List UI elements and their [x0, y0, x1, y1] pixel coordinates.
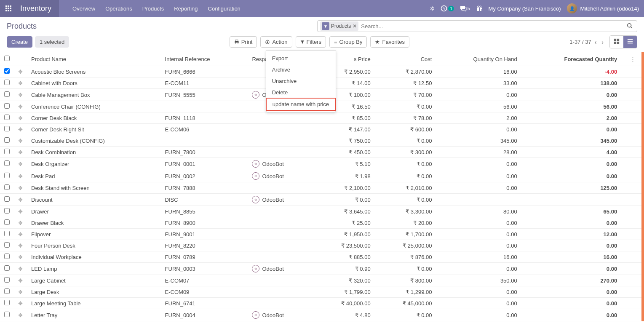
table-row[interactable]: ✥ Large Meeting Table FURN_6741 ₹ 40,000…	[0, 298, 644, 309]
drag-handle-icon[interactable]: ✥	[18, 243, 23, 249]
col-options-icon[interactable]: ⋮	[621, 52, 644, 66]
table-row[interactable]: ✥ Flipover FURN_9001 ₹ 1,950.00 ₹ 1,700.…	[0, 229, 644, 240]
table-row[interactable]: ✥ Drawer FURN_8855 ₹ 3,645.00 ₹ 3,300.00…	[0, 206, 644, 217]
nav-overview[interactable]: Overview	[67, 0, 100, 17]
company-switcher[interactable]: My Company (San Francisco)	[489, 5, 561, 12]
action-item-export[interactable]: Export	[266, 53, 336, 64]
col-qty-on-hand[interactable]: Quantity On Hand	[436, 52, 521, 66]
row-checkbox[interactable]	[4, 288, 10, 294]
row-checkbox[interactable]	[4, 68, 10, 74]
drag-handle-icon[interactable]: ✥	[18, 138, 23, 144]
table-row[interactable]: ✥ Desk Organizer FURN_0001 ☺OdooBot ₹ 5.…	[0, 158, 644, 170]
drag-handle-icon[interactable]: ✥	[18, 173, 23, 179]
row-checkbox[interactable]	[4, 115, 10, 120]
col-internal-ref[interactable]: Internal Reference	[161, 52, 248, 66]
row-checkbox[interactable]	[4, 103, 10, 109]
gift-icon[interactable]	[476, 5, 483, 12]
row-checkbox[interactable]	[4, 254, 10, 259]
table-row[interactable]: ✥ Large Cabinet E-COM07 ₹ 320.00 ₹ 800.0…	[0, 275, 644, 286]
bug-icon[interactable]: ✲	[430, 5, 435, 12]
col-forecasted[interactable]: Forecasted Quantity	[521, 52, 621, 66]
row-checkbox[interactable]	[4, 242, 10, 248]
action-item-archive[interactable]: Archive	[266, 64, 336, 75]
nav-reporting[interactable]: Reporting	[169, 0, 203, 17]
table-row[interactable]: ✥ Corner Desk Right Sit E-COM06 ₹ 147.00…	[0, 124, 644, 135]
row-checkbox[interactable]	[4, 80, 10, 85]
table-row[interactable]: ✥ Customizable Desk (CONFIG) ₹ 750.00 ₹ …	[0, 135, 644, 147]
row-checkbox[interactable]	[4, 149, 10, 154]
drag-handle-icon[interactable]: ✥	[18, 208, 23, 215]
nav-operations[interactable]: Operations	[100, 0, 137, 17]
drag-handle-icon[interactable]: ✥	[18, 197, 23, 203]
table-row[interactable]: ✥ Desk Stand with Screen FURN_7888 ₹ 2,1…	[0, 182, 644, 194]
table-row[interactable]: ✥ Desk Combination FURN_7800 ₹ 450.00 ₹ …	[0, 147, 644, 158]
row-checkbox[interactable]	[4, 277, 10, 283]
drag-handle-icon[interactable]: ✥	[18, 161, 23, 167]
nav-products[interactable]: Products	[137, 0, 169, 17]
drag-handle-icon[interactable]: ✥	[18, 69, 23, 75]
pager-next[interactable]: ›	[600, 37, 605, 47]
row-checkbox[interactable]	[4, 137, 10, 143]
action-item-unarchive[interactable]: Unarchive	[266, 75, 336, 87]
table-row[interactable]: ✥ Desk Pad FURN_0002 ☺OdooBot ₹ 1.98 ₹ 0…	[0, 170, 644, 182]
user-menu[interactable]: 👤 Mitchell Admin (odoo14)	[567, 3, 639, 13]
filters-button[interactable]: Filters	[296, 36, 326, 48]
kanban-view-button[interactable]	[610, 36, 623, 48]
drag-handle-icon[interactable]: ✥	[18, 104, 23, 110]
row-checkbox[interactable]	[4, 208, 10, 214]
row-checkbox[interactable]	[4, 219, 10, 225]
row-checkbox[interactable]	[4, 265, 10, 271]
drag-handle-icon[interactable]: ✥	[18, 254, 23, 260]
select-all-checkbox[interactable]	[4, 56, 10, 61]
favorites-button[interactable]: ★ Favorites	[370, 36, 409, 48]
row-checkbox[interactable]	[4, 196, 10, 202]
drag-handle-icon[interactable]: ✥	[18, 300, 23, 307]
action-button[interactable]: Action	[260, 36, 292, 48]
close-icon[interactable]: ✕	[353, 23, 357, 29]
drag-handle-icon[interactable]: ✥	[18, 312, 23, 318]
selected-count[interactable]: 1 selected	[35, 36, 69, 48]
drag-handle-icon[interactable]: ✥	[18, 92, 23, 98]
row-checkbox[interactable]	[4, 91, 10, 97]
drag-handle-icon[interactable]: ✥	[18, 149, 23, 155]
table-row[interactable]: ✥ Corner Desk Black FURN_1118 ₹ 85.00 ₹ …	[0, 112, 644, 124]
row-checkbox[interactable]	[4, 160, 10, 166]
table-row[interactable]: ✥ Letter Tray FURN_0004 ☺OdooBot ₹ 4.80 …	[0, 309, 644, 321]
pager-prev[interactable]: ‹	[593, 37, 599, 47]
row-checkbox[interactable]	[4, 184, 10, 190]
row-checkbox[interactable]	[4, 312, 10, 317]
apps-menu-icon[interactable]	[0, 0, 17, 17]
search-view[interactable]: ▼ Products ✕	[317, 20, 637, 32]
drag-handle-icon[interactable]: ✥	[18, 278, 23, 284]
list-view-button[interactable]	[623, 36, 637, 48]
drag-handle-icon[interactable]: ✥	[18, 126, 23, 133]
groupby-button[interactable]: ≡ Group By	[329, 36, 367, 48]
row-checkbox[interactable]	[4, 126, 10, 131]
table-row[interactable]: ✥ Individual Workplace FURN_0789 ₹ 885.0…	[0, 251, 644, 263]
search-input[interactable]	[358, 22, 625, 31]
drag-handle-icon[interactable]: ✥	[18, 266, 23, 272]
app-brand[interactable]: Inventory	[17, 0, 59, 17]
search-icon[interactable]	[625, 23, 634, 30]
col-product-name[interactable]: Product Name	[27, 52, 161, 66]
row-checkbox[interactable]	[4, 173, 10, 178]
activity-icon[interactable]: 1	[441, 5, 454, 12]
col-cost[interactable]: Cost	[375, 52, 436, 66]
table-row[interactable]: ✥ Large Desk E-COM09 ₹ 1,799.00 ₹ 1,299.…	[0, 286, 644, 298]
action-item-delete[interactable]: Delete	[266, 87, 336, 98]
row-checkbox[interactable]	[4, 231, 10, 236]
drag-handle-icon[interactable]: ✥	[18, 220, 23, 226]
drag-handle-icon[interactable]: ✥	[18, 80, 23, 86]
action-item-update-name-with-price[interactable]: update name with price	[266, 98, 336, 111]
print-button[interactable]: Print	[230, 36, 257, 48]
drag-handle-icon[interactable]: ✥	[18, 231, 23, 238]
table-row[interactable]: ✥ Discount DISC ☺OdooBot ₹ 0.00 ₹ 0.00	[0, 194, 644, 206]
table-row[interactable]: ✥ Four Person Desk FURN_8220 ₹ 23,500.00…	[0, 240, 644, 251]
table-row[interactable]: ✥ Drawer Black FURN_8900 ₹ 25.00 ₹ 20.00…	[0, 217, 644, 229]
create-button[interactable]: Create	[7, 36, 32, 48]
row-checkbox[interactable]	[4, 300, 10, 305]
drag-handle-icon[interactable]: ✥	[18, 289, 23, 295]
messages-icon[interactable]: 5	[460, 5, 470, 12]
drag-handle-icon[interactable]: ✥	[18, 185, 23, 191]
nav-configuration[interactable]: Configuration	[203, 0, 246, 17]
